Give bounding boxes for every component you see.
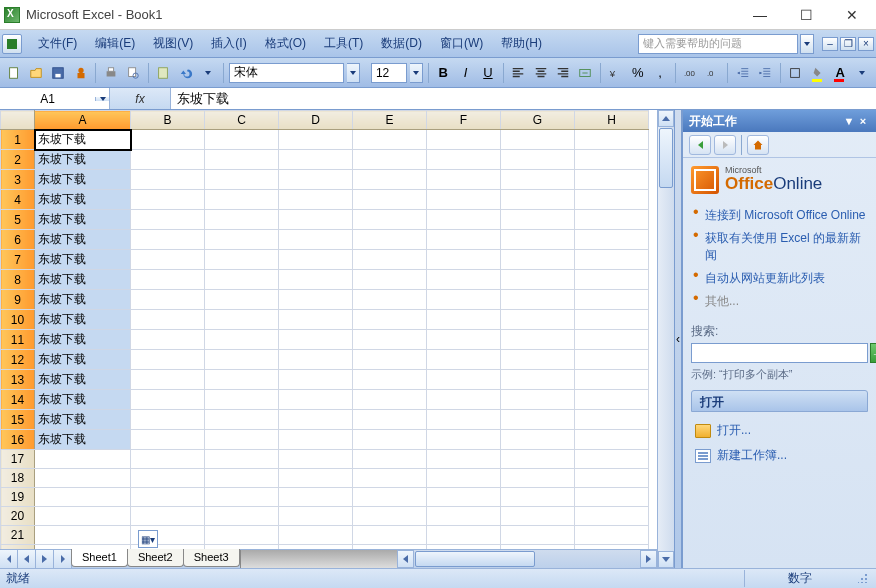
sheet-tab-sheet3[interactable]: Sheet3	[183, 549, 240, 567]
cell-E10[interactable]	[353, 310, 427, 330]
cell-C5[interactable]	[205, 210, 279, 230]
cell-H1[interactable]	[575, 130, 649, 150]
cell-H13[interactable]	[575, 370, 649, 390]
cell-D20[interactable]	[279, 507, 353, 526]
row-header-1[interactable]: 1	[1, 130, 35, 150]
cell-B11[interactable]	[131, 330, 205, 350]
cell-G19[interactable]	[501, 488, 575, 507]
cell-E2[interactable]	[353, 150, 427, 170]
cell-E17[interactable]	[353, 450, 427, 469]
cell-C8[interactable]	[205, 270, 279, 290]
cell-D13[interactable]	[279, 370, 353, 390]
cell-H15[interactable]	[575, 410, 649, 430]
cell-H8[interactable]	[575, 270, 649, 290]
cell-B1[interactable]	[131, 130, 205, 150]
cell-E3[interactable]	[353, 170, 427, 190]
cell-A16[interactable]: 东坡下载	[35, 430, 131, 450]
cell-D3[interactable]	[279, 170, 353, 190]
workbook-restore-button[interactable]: ❐	[840, 37, 856, 51]
cell-D15[interactable]	[279, 410, 353, 430]
column-header-A[interactable]: A	[35, 111, 131, 130]
cell-A8[interactable]: 东坡下载	[35, 270, 131, 290]
taskpane-forward-icon[interactable]	[714, 135, 736, 155]
cell-E13[interactable]	[353, 370, 427, 390]
cell-C19[interactable]	[205, 488, 279, 507]
open-file-link[interactable]: 打开...	[691, 418, 868, 443]
spreadsheet-grid[interactable]: ABCDEFGH1东坡下载2东坡下载3东坡下载4东坡下载5东坡下载6东坡下载7东…	[0, 110, 657, 549]
cell-G21[interactable]	[501, 526, 575, 545]
menu-tools[interactable]: 工具(T)	[316, 32, 371, 55]
font-size-dropdown[interactable]	[410, 63, 422, 83]
cell-D10[interactable]	[279, 310, 353, 330]
cell-E5[interactable]	[353, 210, 427, 230]
cell-G18[interactable]	[501, 469, 575, 488]
menu-edit[interactable]: 编辑(E)	[87, 32, 143, 55]
cell-A10[interactable]: 东坡下载	[35, 310, 131, 330]
cell-G4[interactable]	[501, 190, 575, 210]
cell-E6[interactable]	[353, 230, 427, 250]
column-header-F[interactable]: F	[427, 111, 501, 130]
cell-E8[interactable]	[353, 270, 427, 290]
cell-H14[interactable]	[575, 390, 649, 410]
cell-A18[interactable]	[35, 469, 131, 488]
font-name-dropdown[interactable]	[347, 63, 359, 83]
cell-E1[interactable]	[353, 130, 427, 150]
cell-B8[interactable]	[131, 270, 205, 290]
cell-F6[interactable]	[427, 230, 501, 250]
help-search-dropdown[interactable]	[800, 34, 814, 54]
underline-button[interactable]: U	[478, 62, 497, 84]
cell-C20[interactable]	[205, 507, 279, 526]
menu-insert[interactable]: 插入(I)	[203, 32, 254, 55]
cell-G17[interactable]	[501, 450, 575, 469]
maximize-button[interactable]: ☐	[792, 4, 820, 26]
cell-E7[interactable]	[353, 250, 427, 270]
taskpane-link-1[interactable]: 获取有关使用 Excel 的最新新闻	[691, 227, 868, 267]
print-icon[interactable]	[101, 62, 120, 84]
cell-H17[interactable]	[575, 450, 649, 469]
cell-E11[interactable]	[353, 330, 427, 350]
cell-D12[interactable]	[279, 350, 353, 370]
align-right-icon[interactable]	[553, 62, 572, 84]
cell-B12[interactable]	[131, 350, 205, 370]
new-workbook-link[interactable]: 新建工作簿...	[691, 443, 868, 468]
row-header-15[interactable]: 15	[1, 410, 35, 430]
bold-button[interactable]: B	[434, 62, 453, 84]
row-header-2[interactable]: 2	[1, 150, 35, 170]
cell-A17[interactable]	[35, 450, 131, 469]
row-header-17[interactable]: 17	[1, 450, 35, 469]
cell-D9[interactable]	[279, 290, 353, 310]
cell-C4[interactable]	[205, 190, 279, 210]
cell-G13[interactable]	[501, 370, 575, 390]
cell-E22[interactable]	[353, 545, 427, 550]
cell-C9[interactable]	[205, 290, 279, 310]
vertical-scrollbar[interactable]	[657, 110, 674, 568]
cell-H21[interactable]	[575, 526, 649, 545]
column-header-G[interactable]: G	[501, 111, 575, 130]
cell-A20[interactable]	[35, 507, 131, 526]
increase-indent-icon[interactable]	[756, 62, 775, 84]
taskpane-home-icon[interactable]	[747, 135, 769, 155]
taskpane-collapse-handle[interactable]: ‹	[674, 110, 681, 568]
row-header-10[interactable]: 10	[1, 310, 35, 330]
cell-G1[interactable]	[501, 130, 575, 150]
menu-data[interactable]: 数据(D)	[373, 32, 430, 55]
cell-F9[interactable]	[427, 290, 501, 310]
cell-F14[interactable]	[427, 390, 501, 410]
cell-C1[interactable]	[205, 130, 279, 150]
cell-G10[interactable]	[501, 310, 575, 330]
row-header-7[interactable]: 7	[1, 250, 35, 270]
cell-F19[interactable]	[427, 488, 501, 507]
cell-E16[interactable]	[353, 430, 427, 450]
cell-H20[interactable]	[575, 507, 649, 526]
insert-function-button[interactable]: fx	[110, 88, 170, 109]
cell-H11[interactable]	[575, 330, 649, 350]
column-header-B[interactable]: B	[131, 111, 205, 130]
cell-D18[interactable]	[279, 469, 353, 488]
cell-B5[interactable]	[131, 210, 205, 230]
row-header-14[interactable]: 14	[1, 390, 35, 410]
help-search-box[interactable]: 键入需要帮助的问题	[638, 34, 798, 54]
column-header-E[interactable]: E	[353, 111, 427, 130]
cell-F21[interactable]	[427, 526, 501, 545]
toolbar-dropdown-icon[interactable]	[199, 62, 218, 84]
sheet-tab-sheet2[interactable]: Sheet2	[127, 549, 184, 567]
